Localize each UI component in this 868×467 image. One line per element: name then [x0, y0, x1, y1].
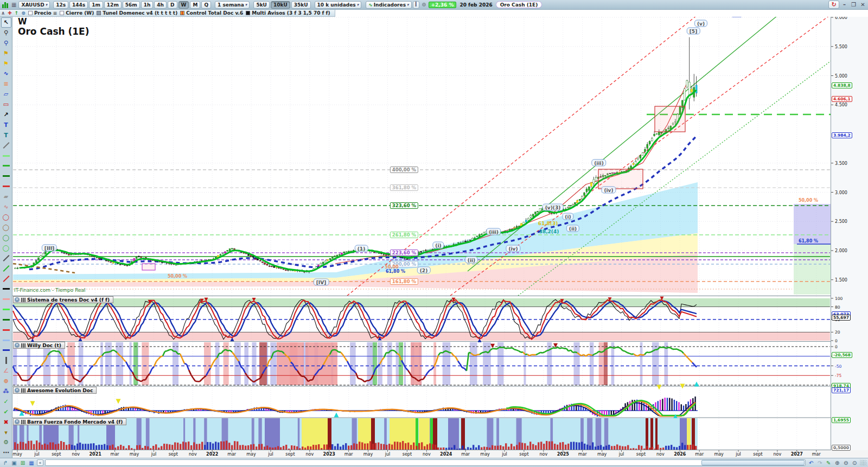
close-panel-button[interactable]: ✕ [15, 343, 20, 348]
indicator-item-0[interactable]: Precio≡ [28, 10, 57, 16]
add-indicator-icon[interactable]: ↑ [15, 10, 19, 16]
timeframe-button-Q[interactable]: Q [201, 1, 211, 9]
timeframe-button-1h[interactable]: 1h [141, 1, 154, 9]
ruler-tool[interactable]: ▰ [1, 191, 11, 202]
ellipse-brown-tool[interactable]: ◯ [1, 222, 11, 233]
hline-brightgreen-tool[interactable] [1, 304, 11, 315]
ellipse-red-tool[interactable]: ◯ [1, 212, 11, 222]
timeframe-button-W[interactable]: W [178, 1, 189, 9]
retracement-tool[interactable]: ≡ [1, 79, 11, 89]
restore-button[interactable]: ❐ [850, 2, 858, 8]
target-tool[interactable]: ⊕ [1, 376, 11, 386]
ellipse-green2-tool[interactable]: ◯ [1, 243, 11, 253]
ellipse-green-tool[interactable]: ◯ [1, 233, 11, 243]
rectangle-tool[interactable]: ▭ [1, 99, 11, 110]
chart-annotation: 61,80 % [386, 269, 405, 274]
hline-salmon-tool[interactable] [1, 294, 11, 304]
timeframe-button-12s[interactable]: 12s [53, 1, 68, 9]
collapse-toolbar-icon[interactable]: ∧ [1, 10, 5, 16]
timeframe-button-1m[interactable]: 1m [89, 1, 103, 9]
scroll-left-button[interactable]: « [37, 459, 43, 466]
indicator-item-3[interactable]: Control Total Doc v.6 [180, 10, 243, 16]
edit-chart-icon[interactable]: ✎ [825, 460, 832, 466]
more-tools-chevron[interactable]: ▾ [1, 427, 11, 438]
timeframe-button-M[interactable]: M [190, 1, 200, 9]
list-icon[interactable]: ≡ [53, 10, 58, 16]
timeframe-button-12m[interactable]: 12m [104, 1, 122, 9]
hline-lightblue-tool[interactable] [1, 335, 11, 346]
zoom-out-icon[interactable]: ⊖ [842, 460, 850, 466]
more-options-tool[interactable]: ⋯ [1, 447, 11, 458]
close-panel-button[interactable]: ✕ [15, 297, 20, 302]
close-panel-button[interactable]: ✕ [15, 419, 20, 424]
alert-tool[interactable]: ⚑ [1, 59, 11, 69]
hline-black-tool[interactable] [1, 284, 11, 294]
trend-arrow-tool[interactable]: ↗ [1, 110, 11, 120]
indicator-item-1[interactable]: Cierre (W) [60, 10, 94, 16]
volume-button-35kU[interactable]: 35kU [291, 1, 311, 9]
horizontal-scrollbar[interactable] [45, 459, 806, 466]
resize-grip[interactable]: ░░ [860, 460, 866, 465]
check-tool[interactable]: ✓ [1, 396, 11, 407]
link-icon[interactable]: ↱ [2, 460, 9, 466]
dline-gray-tool[interactable] [1, 253, 11, 263]
timeframe-button-D[interactable]: D [168, 1, 177, 9]
indicator-item-4[interactable]: Multi Avisos (3 f 3 1,5 70 f f) [246, 10, 330, 16]
refresh-icon[interactable]: ↻ [828, 1, 839, 9]
zoom-in-icon[interactable]: ⊕ [833, 460, 841, 466]
table-icon[interactable]: ▦ [28, 460, 35, 466]
close-button[interactable]: ✕ [859, 2, 867, 8]
scatter-blue-tool[interactable]: ⁂ [1, 386, 11, 396]
hline-darkgreen2-tool[interactable] [1, 315, 11, 325]
wave-pattern-tool[interactable]: ∿ [1, 202, 11, 212]
dline-green-tool[interactable] [1, 263, 11, 273]
alert-edit-tool[interactable]: ⚑ [1, 48, 11, 59]
zoom-reset-icon[interactable]: ⊙ [851, 460, 858, 466]
copy-icon[interactable]: ▣ [10, 460, 18, 466]
timeframe-button-144s[interactable]: 144s [69, 1, 88, 9]
text-tool[interactable]: T [1, 120, 11, 130]
hline-red2-tool[interactable] [1, 325, 11, 335]
close-panel-button[interactable]: ✕ [15, 388, 20, 393]
delete-tool[interactable]: ✖ [1, 417, 11, 427]
instrument-tag[interactable]: Oro Cash (1E) [496, 1, 542, 8]
checkbox[interactable] [60, 11, 64, 15]
zoom-area-tool[interactable]: ⚲ [1, 38, 11, 48]
vline-tool[interactable] [1, 355, 11, 366]
undo-icon[interactable]: ↶ [807, 460, 815, 466]
zoom-tool[interactable]: ⚲ [1, 28, 11, 38]
indicator-item-2[interactable]: Tunel Domenec v4 (t t t t t) [97, 10, 177, 16]
close-all-icon[interactable]: ⊗ [21, 10, 25, 16]
settings-tool[interactable]: ⚙ [1, 438, 11, 448]
hline-red-tool[interactable] [1, 181, 11, 191]
redo-icon[interactable]: ↷ [816, 460, 824, 466]
thumbsup-tool[interactable]: ✔ [1, 407, 11, 417]
add-alert-icon[interactable]: ✚ [8, 10, 12, 16]
symbol-select[interactable]: XAUUSD▾ [18, 1, 50, 9]
timeframe-button-4h[interactable]: 4h [154, 1, 167, 9]
polygon-tool[interactable]: ▱ [1, 89, 11, 99]
volume-button-10kU[interactable]: 10kU [271, 1, 290, 9]
scrollbar-thumb[interactable] [701, 460, 805, 465]
segment-tool[interactable] [1, 140, 11, 151]
angle-tool[interactable]: ∠ [1, 366, 11, 376]
minimize-button[interactable]: – [840, 2, 848, 8]
period-select[interactable]: 1 semana▾ [215, 1, 250, 9]
dline-red-tool[interactable] [1, 273, 11, 284]
modules-icon[interactable]: ⊞ [19, 460, 27, 466]
hline-lightgreen-tool[interactable] [1, 151, 11, 161]
node-line-tool[interactable]: ∿ [1, 68, 11, 79]
workspace-grid-icon[interactable]: ▦ [10, 2, 17, 8]
checkbox[interactable] [28, 11, 33, 15]
hline-darkgreen-tool[interactable] [1, 171, 11, 181]
volume-button-5kU[interactable]: 5kU [253, 1, 270, 9]
callout-tool[interactable]: T [1, 130, 11, 140]
indicators-button[interactable]: ∿Indicadores▾ [366, 1, 411, 9]
units-select[interactable]: 10 k unidades▾ [315, 1, 362, 9]
svg-text:2022: 2022 [206, 452, 218, 457]
pause-button[interactable]: ‖ [413, 1, 419, 9]
hline-blue-tool[interactable] [1, 346, 11, 356]
timeframe-button-56m[interactable]: 56m [123, 1, 140, 9]
pointer-tool[interactable]: ↖ [1, 17, 11, 28]
hline-green-tool[interactable] [1, 161, 11, 171]
